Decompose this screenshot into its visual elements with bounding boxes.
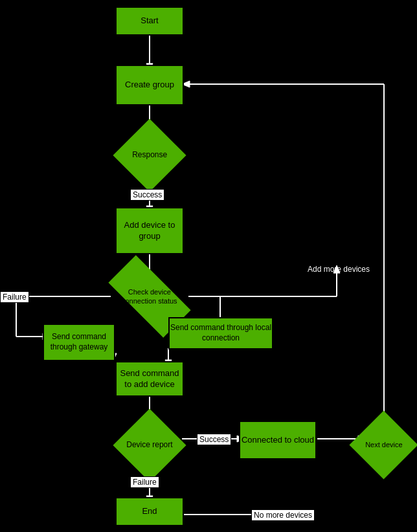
next-device-diamond: Next device	[349, 410, 417, 479]
send-local-node: Send command through local connection	[168, 317, 273, 349]
start-node: Start	[115, 6, 184, 36]
success-label-2: Success	[197, 434, 231, 445]
send-add-node: Send command to add device	[115, 361, 184, 397]
connected-cloud-node: Connected to cloud	[239, 421, 317, 460]
failure-label-1: Failure	[0, 291, 29, 303]
failure-label-2: Failure	[130, 476, 159, 488]
flowchart: Start Create group Response Success Add …	[0, 0, 417, 532]
response-diamond: Response	[113, 118, 186, 192]
send-gateway-node: Send command through gateway	[43, 324, 115, 361]
success-label-1: Success	[130, 189, 164, 201]
add-more-label: Add more devices	[306, 264, 372, 274]
device-report-diamond: Device report	[113, 408, 186, 482]
end-node: End	[115, 497, 184, 526]
add-device-node: Add device to group	[115, 207, 184, 254]
create-group-node: Create group	[115, 65, 184, 105]
no-more-label: No more devices	[251, 509, 315, 521]
